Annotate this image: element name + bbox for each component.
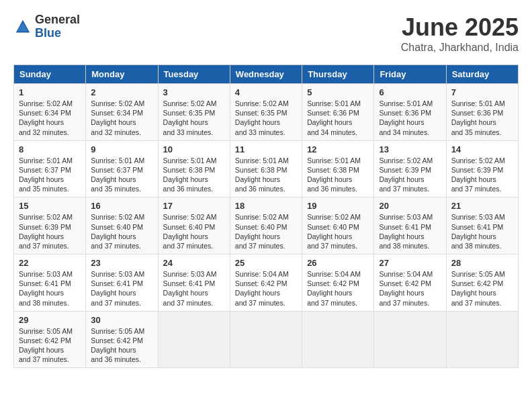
- calendar-cell: 4 Sunrise: 5:02 AM Sunset: 6:35 PM Dayli…: [230, 84, 302, 141]
- logo: General Blue: [13, 13, 80, 40]
- day-number: 21: [451, 201, 513, 211]
- calendar-cell: 27 Sunrise: 5:04 AM Sunset: 6:42 PM Dayl…: [374, 255, 446, 312]
- col-thursday: Thursday: [302, 65, 374, 84]
- day-info: Sunrise: 5:03 AM Sunset: 6:41 PM Dayligh…: [19, 269, 81, 308]
- calendar-cell: 16 Sunrise: 5:02 AM Sunset: 6:40 PM Dayl…: [86, 197, 158, 255]
- day-info: Sunrise: 5:02 AM Sunset: 6:35 PM Dayligh…: [235, 99, 297, 137]
- calendar-cell: 15 Sunrise: 5:02 AM Sunset: 6:39 PM Dayl…: [14, 197, 86, 255]
- calendar-table: Sunday Monday Tuesday Wednesday Thursday…: [13, 64, 519, 368]
- calendar-cell: 1 Sunrise: 5:02 AM Sunset: 6:34 PM Dayli…: [14, 84, 86, 141]
- day-number: 23: [91, 258, 152, 268]
- day-number: 10: [163, 144, 225, 154]
- calendar-cell: 30 Sunrise: 5:05 AM Sunset: 6:42 PM Dayl…: [86, 311, 158, 368]
- calendar-header-row: Sunday Monday Tuesday Wednesday Thursday…: [14, 65, 519, 84]
- day-number: 9: [91, 144, 152, 154]
- day-info: Sunrise: 5:02 AM Sunset: 6:39 PM Dayligh…: [19, 212, 81, 250]
- calendar-week-3: 15 Sunrise: 5:02 AM Sunset: 6:39 PM Dayl…: [14, 197, 519, 255]
- calendar-cell: [158, 311, 230, 368]
- day-number: 25: [235, 258, 297, 268]
- col-wednesday: Wednesday: [230, 65, 302, 84]
- day-number: 13: [379, 144, 441, 154]
- day-number: 29: [19, 315, 81, 325]
- calendar-cell: 13 Sunrise: 5:02 AM Sunset: 6:39 PM Dayl…: [374, 140, 446, 197]
- calendar-cell: 24 Sunrise: 5:03 AM Sunset: 6:41 PM Dayl…: [158, 255, 230, 312]
- day-info: Sunrise: 5:03 AM Sunset: 6:41 PM Dayligh…: [91, 269, 152, 308]
- month-title: June 2025: [401, 13, 519, 42]
- col-saturday: Saturday: [446, 65, 518, 84]
- title-block: June 2025 Chatra, Jharkhand, India: [401, 13, 519, 54]
- day-info: Sunrise: 5:01 AM Sunset: 6:37 PM Dayligh…: [91, 156, 152, 194]
- day-number: 7: [451, 87, 513, 97]
- day-info: Sunrise: 5:05 AM Sunset: 6:42 PM Dayligh…: [91, 326, 152, 365]
- calendar-cell: 28 Sunrise: 5:05 AM Sunset: 6:42 PM Dayl…: [446, 255, 518, 312]
- day-info: Sunrise: 5:03 AM Sunset: 6:41 PM Dayligh…: [379, 212, 441, 250]
- day-number: 15: [19, 201, 81, 211]
- day-info: Sunrise: 5:01 AM Sunset: 6:38 PM Dayligh…: [163, 156, 225, 194]
- day-number: 20: [379, 201, 441, 211]
- day-number: 3: [163, 87, 225, 97]
- calendar-cell: 10 Sunrise: 5:01 AM Sunset: 6:38 PM Dayl…: [158, 140, 230, 197]
- day-number: 1: [19, 87, 81, 97]
- day-number: 4: [235, 87, 297, 97]
- day-info: Sunrise: 5:01 AM Sunset: 6:37 PM Dayligh…: [19, 156, 81, 194]
- calendar-cell: 11 Sunrise: 5:01 AM Sunset: 6:38 PM Dayl…: [230, 140, 302, 197]
- day-info: Sunrise: 5:04 AM Sunset: 6:42 PM Dayligh…: [235, 269, 297, 308]
- day-info: Sunrise: 5:02 AM Sunset: 6:39 PM Dayligh…: [451, 156, 513, 194]
- svg-marker-1: [17, 22, 29, 31]
- calendar-cell: 14 Sunrise: 5:02 AM Sunset: 6:39 PM Dayl…: [446, 140, 518, 197]
- day-number: 26: [307, 258, 369, 268]
- calendar-week-2: 8 Sunrise: 5:01 AM Sunset: 6:37 PM Dayli…: [14, 140, 519, 197]
- calendar-cell: 25 Sunrise: 5:04 AM Sunset: 6:42 PM Dayl…: [230, 255, 302, 312]
- calendar-cell: 21 Sunrise: 5:03 AM Sunset: 6:41 PM Dayl…: [446, 197, 518, 255]
- day-number: 18: [235, 201, 297, 211]
- logo-blue-text: Blue: [35, 27, 80, 40]
- calendar-cell: 22 Sunrise: 5:03 AM Sunset: 6:41 PM Dayl…: [14, 255, 86, 312]
- day-number: 30: [91, 315, 152, 325]
- day-info: Sunrise: 5:02 AM Sunset: 6:40 PM Dayligh…: [307, 212, 369, 250]
- day-info: Sunrise: 5:02 AM Sunset: 6:35 PM Dayligh…: [163, 99, 225, 137]
- calendar-cell: [446, 311, 518, 368]
- col-monday: Monday: [86, 65, 158, 84]
- day-info: Sunrise: 5:04 AM Sunset: 6:42 PM Dayligh…: [379, 269, 441, 308]
- calendar-cell: 8 Sunrise: 5:01 AM Sunset: 6:37 PM Dayli…: [14, 140, 86, 197]
- calendar-cell: [374, 311, 446, 368]
- calendar-cell: 3 Sunrise: 5:02 AM Sunset: 6:35 PM Dayli…: [158, 84, 230, 141]
- day-number: 12: [307, 144, 369, 154]
- calendar-week-1: 1 Sunrise: 5:02 AM Sunset: 6:34 PM Dayli…: [14, 84, 519, 141]
- logo-icon: [13, 17, 32, 36]
- day-number: 17: [163, 201, 225, 211]
- logo-text: General Blue: [35, 13, 80, 40]
- day-number: 24: [163, 258, 225, 268]
- calendar-cell: 19 Sunrise: 5:02 AM Sunset: 6:40 PM Dayl…: [302, 197, 374, 255]
- day-number: 16: [91, 201, 152, 211]
- day-number: 2: [91, 87, 152, 97]
- day-info: Sunrise: 5:01 AM Sunset: 6:36 PM Dayligh…: [307, 99, 369, 137]
- calendar-cell: 2 Sunrise: 5:02 AM Sunset: 6:34 PM Dayli…: [86, 84, 158, 141]
- col-tuesday: Tuesday: [158, 65, 230, 84]
- col-friday: Friday: [374, 65, 446, 84]
- calendar-cell: 12 Sunrise: 5:01 AM Sunset: 6:38 PM Dayl…: [302, 140, 374, 197]
- day-info: Sunrise: 5:01 AM Sunset: 6:38 PM Dayligh…: [307, 156, 369, 194]
- calendar-cell: 5 Sunrise: 5:01 AM Sunset: 6:36 PM Dayli…: [302, 84, 374, 141]
- calendar-cell: 17 Sunrise: 5:02 AM Sunset: 6:40 PM Dayl…: [158, 197, 230, 255]
- day-number: 22: [19, 258, 81, 268]
- calendar-week-4: 22 Sunrise: 5:03 AM Sunset: 6:41 PM Dayl…: [14, 255, 519, 312]
- day-number: 8: [19, 144, 81, 154]
- day-info: Sunrise: 5:05 AM Sunset: 6:42 PM Dayligh…: [19, 326, 81, 365]
- calendar-cell: 6 Sunrise: 5:01 AM Sunset: 6:36 PM Dayli…: [374, 84, 446, 141]
- day-info: Sunrise: 5:02 AM Sunset: 6:39 PM Dayligh…: [379, 156, 441, 194]
- day-number: 5: [307, 87, 369, 97]
- calendar-cell: 9 Sunrise: 5:01 AM Sunset: 6:37 PM Dayli…: [86, 140, 158, 197]
- location: Chatra, Jharkhand, India: [401, 42, 519, 54]
- day-number: 19: [307, 201, 369, 211]
- day-info: Sunrise: 5:05 AM Sunset: 6:42 PM Dayligh…: [451, 269, 513, 308]
- day-number: 27: [379, 258, 441, 268]
- day-number: 6: [379, 87, 441, 97]
- day-info: Sunrise: 5:02 AM Sunset: 6:40 PM Dayligh…: [235, 212, 297, 250]
- day-info: Sunrise: 5:01 AM Sunset: 6:38 PM Dayligh…: [235, 156, 297, 194]
- day-number: 28: [451, 258, 513, 268]
- calendar-cell: 20 Sunrise: 5:03 AM Sunset: 6:41 PM Dayl…: [374, 197, 446, 255]
- page-header: General Blue June 2025 Chatra, Jharkhand…: [13, 13, 519, 54]
- calendar-cell: 23 Sunrise: 5:03 AM Sunset: 6:41 PM Dayl…: [86, 255, 158, 312]
- day-info: Sunrise: 5:02 AM Sunset: 6:34 PM Dayligh…: [91, 99, 152, 137]
